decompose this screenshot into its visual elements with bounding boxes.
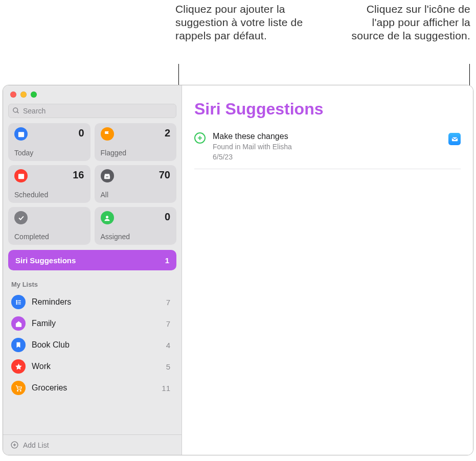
list-item[interactable]: Book Club4 [6, 334, 178, 356]
svg-rect-3 [18, 132, 24, 133]
smart-completed[interactable]: Completed [8, 207, 90, 245]
svg-point-0 [13, 108, 18, 112]
mail-app-icon[interactable] [448, 133, 461, 145]
search-field [8, 104, 176, 118]
person-icon [101, 211, 114, 224]
list-count: 5 [166, 362, 173, 371]
sidebar-siri-suggestions[interactable]: Siri Suggestions 1 [8, 250, 176, 270]
star-icon [11, 359, 26, 374]
list-count: 4 [166, 341, 173, 350]
list-count: 7 [166, 298, 173, 307]
close-button[interactable] [10, 91, 16, 98]
list-item[interactable]: Reminders7 [6, 291, 178, 313]
smart-label: Completed [14, 233, 84, 241]
list-count: 7 [166, 319, 173, 328]
svg-point-6 [106, 216, 108, 218]
section-my-lists: My Lists [3, 270, 182, 291]
smart-today[interactable]: 0 Today [8, 123, 90, 161]
smart-label: Flagged [101, 149, 171, 157]
smart-count: 0 [78, 127, 84, 139]
list-name: Family [32, 319, 166, 328]
list-name: Work [32, 362, 166, 371]
smart-assigned[interactable]: 0 Assigned [95, 207, 177, 245]
add-suggestion-button[interactable] [194, 132, 206, 144]
suggestion-subtitle: Found in Mail with Elisha [213, 142, 443, 151]
list-icon [11, 295, 26, 309]
minimize-button[interactable] [20, 91, 27, 98]
smart-label: Scheduled [14, 191, 84, 199]
list-item[interactable]: Family7 [6, 313, 178, 334]
smart-label: All [101, 191, 171, 199]
suggestion-date: 6/5/23 [213, 152, 443, 162]
smart-count: 2 [165, 127, 170, 139]
page-title: Siri Suggestions [194, 100, 461, 119]
search-icon [12, 107, 20, 114]
smart-count: 16 [73, 169, 84, 181]
zoom-button[interactable] [31, 91, 37, 98]
cart-icon [11, 381, 26, 395]
sidebar-footer: Add List [3, 434, 182, 455]
list-name: Groceries [32, 383, 162, 393]
search-input[interactable] [8, 104, 176, 118]
svg-point-9 [16, 303, 17, 304]
siri-label: Siri Suggestions [15, 256, 76, 265]
tray-icon [101, 169, 114, 182]
flag-icon [101, 127, 114, 141]
svg-point-13 [17, 390, 18, 391]
bookmark-icon [11, 338, 26, 352]
check-icon [14, 211, 28, 224]
smart-flagged[interactable]: 2 Flagged [95, 123, 177, 161]
list-item[interactable]: Groceries11 [6, 377, 178, 399]
reminders-window: 0 Today 2 Flagged [3, 85, 473, 455]
window-controls [10, 91, 37, 98]
svg-point-8 [16, 302, 17, 303]
smart-label: Today [14, 149, 84, 157]
titlebar [3, 85, 182, 104]
smart-count: 0 [165, 211, 170, 223]
svg-point-14 [20, 390, 21, 391]
smart-label: Assigned [101, 233, 171, 241]
my-lists: Reminders7Family7Book Club4Work5Grocerie… [3, 291, 182, 434]
callout-add-suggestion: Cliquez pour ajouter la suggestion à vot… [175, 3, 303, 42]
smart-lists-grid: 0 Today 2 Flagged [3, 123, 182, 245]
calendar-icon [14, 127, 28, 141]
smart-scheduled[interactable]: 16 Scheduled [8, 165, 90, 203]
list-name: Reminders [32, 297, 166, 307]
sidebar: 0 Today 2 Flagged [3, 85, 182, 455]
siri-count: 1 [165, 256, 169, 265]
list-name: Book Club [32, 340, 166, 350]
list-count: 11 [162, 384, 173, 393]
suggestion-row: Make these changes Found in Mail with El… [194, 128, 461, 169]
calendar-icon [14, 169, 28, 182]
svg-point-7 [16, 300, 17, 301]
suggestion-title: Make these changes [213, 132, 443, 141]
plus-circle-icon [10, 441, 19, 449]
add-list-button[interactable]: Add List [23, 441, 49, 449]
home-icon [11, 316, 26, 331]
svg-line-1 [17, 111, 18, 113]
main-pane: Siri Suggestions Make these changes Foun… [182, 85, 473, 455]
smart-all[interactable]: 70 All [95, 165, 177, 203]
smart-count: 70 [159, 169, 170, 181]
list-item[interactable]: Work5 [6, 356, 178, 377]
svg-rect-4 [18, 174, 24, 179]
callout-source-icon: Cliquez sur l'icône de l'app pour affich… [343, 3, 470, 42]
